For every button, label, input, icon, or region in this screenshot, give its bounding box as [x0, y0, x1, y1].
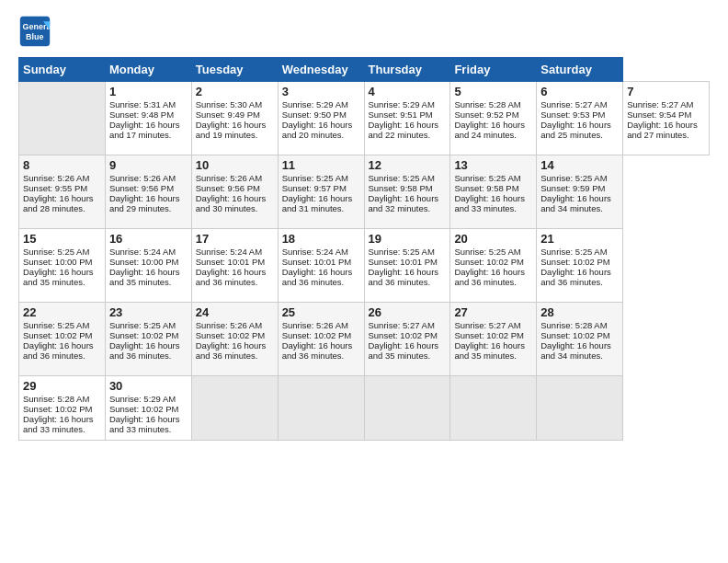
sunrise-text: Sunrise: 5:27 AM — [627, 99, 705, 109]
day-number: 11 — [282, 158, 360, 172]
sunset-text: Sunset: 9:53 PM — [540, 109, 619, 120]
daylight-text: Daylight: 16 hours and 22 minutes. — [369, 120, 447, 140]
sunrise-text: Sunrise: 5:24 AM — [196, 247, 274, 257]
sunrise-text: Sunrise: 5:30 AM — [196, 99, 274, 109]
daylight-text: Daylight: 16 hours and 32 minutes. — [369, 193, 447, 213]
sunset-text: Sunset: 10:02 PM — [540, 257, 619, 267]
daylight-text: Daylight: 16 hours and 36 minutes. — [23, 340, 101, 361]
calendar-cell: 18Sunrise: 5:24 AMSunset: 10:01 PMDaylig… — [278, 229, 364, 303]
daylight-text: Daylight: 16 hours and 36 minutes. — [282, 267, 360, 287]
calendar-cell: 19Sunrise: 5:25 AMSunset: 10:01 PMDaylig… — [364, 229, 450, 303]
sunset-text: Sunset: 10:02 PM — [540, 330, 619, 340]
daylight-text: Daylight: 16 hours and 34 minutes. — [540, 193, 619, 213]
day-number: 8 — [23, 158, 101, 172]
day-number: 16 — [109, 232, 188, 246]
sunset-text: Sunset: 10:02 PM — [282, 330, 360, 340]
header-friday: Friday — [450, 58, 537, 82]
calendar-cell: 29Sunrise: 5:28 AMSunset: 10:02 PMDaylig… — [19, 376, 106, 441]
sunrise-text: Sunrise: 5:27 AM — [454, 320, 532, 330]
day-number: 23 — [109, 305, 188, 319]
calendar-cell: 11Sunrise: 5:25 AMSunset: 9:57 PMDayligh… — [278, 155, 364, 229]
daylight-text: Daylight: 16 hours and 24 minutes. — [454, 120, 532, 140]
calendar-cell: 27Sunrise: 5:27 AMSunset: 10:02 PMDaylig… — [450, 303, 537, 376]
svg-text:Blue: Blue — [26, 32, 44, 41]
sunrise-text: Sunrise: 5:25 AM — [540, 173, 619, 183]
calendar-cell — [364, 376, 450, 441]
daylight-text: Daylight: 16 hours and 31 minutes. — [282, 193, 360, 213]
day-number: 28 — [540, 305, 619, 319]
sunrise-text: Sunrise: 5:26 AM — [23, 173, 101, 183]
calendar-cell — [278, 376, 364, 441]
day-number: 2 — [196, 85, 274, 98]
day-number: 21 — [540, 232, 619, 246]
calendar-cell: 6Sunrise: 5:27 AMSunset: 9:53 PMDaylight… — [537, 82, 623, 155]
day-number: 9 — [109, 158, 188, 172]
sunset-text: Sunset: 9:52 PM — [454, 109, 532, 120]
sunrise-text: Sunrise: 5:28 AM — [454, 99, 532, 109]
sunset-text: Sunset: 10:02 PM — [23, 404, 101, 414]
sunset-text: Sunset: 10:00 PM — [23, 257, 101, 267]
daylight-text: Daylight: 16 hours and 36 minutes. — [282, 340, 360, 361]
day-number: 13 — [454, 158, 532, 172]
calendar-cell: 21Sunrise: 5:25 AMSunset: 10:02 PMDaylig… — [537, 229, 623, 303]
header-wednesday: Wednesday — [278, 58, 364, 82]
calendar-cell — [19, 82, 106, 155]
day-number: 6 — [540, 85, 619, 98]
day-number: 1 — [109, 85, 188, 98]
day-number: 7 — [627, 85, 705, 98]
calendar-cell: 9Sunrise: 5:26 AMSunset: 9:56 PMDaylight… — [105, 155, 191, 229]
day-number: 29 — [23, 379, 101, 393]
sunset-text: Sunset: 9:56 PM — [109, 183, 188, 193]
daylight-text: Daylight: 16 hours and 35 minutes. — [369, 340, 447, 361]
calendar-cell: 30Sunrise: 5:29 AMSunset: 10:02 PMDaylig… — [105, 376, 191, 441]
sunset-text: Sunset: 9:48 PM — [109, 109, 188, 120]
day-number: 27 — [454, 305, 532, 319]
sunset-text: Sunset: 10:02 PM — [196, 330, 274, 340]
daylight-text: Daylight: 16 hours and 34 minutes. — [540, 340, 619, 361]
sunset-text: Sunset: 10:02 PM — [369, 330, 447, 340]
sunset-text: Sunset: 10:02 PM — [109, 404, 188, 414]
logo: General Blue — [18, 15, 55, 48]
sunset-text: Sunset: 9:58 PM — [369, 183, 447, 193]
sunset-text: Sunset: 9:54 PM — [627, 109, 705, 120]
header-row: SundayMondayTuesdayWednesdayThursdayFrid… — [19, 58, 710, 82]
day-number: 12 — [369, 158, 447, 172]
sunset-text: Sunset: 10:02 PM — [454, 330, 532, 340]
sunrise-text: Sunrise: 5:31 AM — [109, 99, 188, 109]
header-tuesday: Tuesday — [191, 58, 278, 82]
sunrise-text: Sunrise: 5:26 AM — [196, 173, 274, 183]
day-number: 30 — [109, 379, 188, 393]
calendar-cell: 5Sunrise: 5:28 AMSunset: 9:52 PMDaylight… — [450, 82, 537, 155]
day-number: 3 — [282, 85, 360, 98]
daylight-text: Daylight: 16 hours and 33 minutes. — [23, 414, 101, 434]
calendar-cell: 1Sunrise: 5:31 AMSunset: 9:48 PMDaylight… — [105, 82, 191, 155]
calendar-cell: 14Sunrise: 5:25 AMSunset: 9:59 PMDayligh… — [537, 155, 623, 229]
calendar-cell: 26Sunrise: 5:27 AMSunset: 10:02 PMDaylig… — [364, 303, 450, 376]
calendar-cell: 28Sunrise: 5:28 AMSunset: 10:02 PMDaylig… — [537, 303, 623, 376]
day-number: 10 — [196, 158, 274, 172]
sunrise-text: Sunrise: 5:25 AM — [454, 173, 532, 183]
day-number: 22 — [23, 305, 101, 319]
calendar-cell: 4Sunrise: 5:29 AMSunset: 9:51 PMDaylight… — [364, 82, 450, 155]
sunset-text: Sunset: 10:00 PM — [109, 257, 188, 267]
calendar-cell: 8Sunrise: 5:26 AMSunset: 9:55 PMDaylight… — [19, 155, 106, 229]
day-number: 25 — [282, 305, 360, 319]
sunrise-text: Sunrise: 5:25 AM — [109, 320, 188, 330]
calendar-cell — [450, 376, 537, 441]
calendar-cell: 13Sunrise: 5:25 AMSunset: 9:58 PMDayligh… — [450, 155, 537, 229]
daylight-text: Daylight: 16 hours and 27 minutes. — [627, 120, 705, 140]
daylight-text: Daylight: 16 hours and 36 minutes. — [369, 267, 447, 287]
sunrise-text: Sunrise: 5:29 AM — [109, 394, 188, 404]
sunrise-text: Sunrise: 5:25 AM — [454, 247, 532, 257]
sunset-text: Sunset: 10:01 PM — [196, 257, 274, 267]
logo-icon: General Blue — [18, 15, 51, 48]
daylight-text: Daylight: 16 hours and 28 minutes. — [23, 193, 101, 213]
daylight-text: Daylight: 16 hours and 35 minutes. — [23, 267, 101, 287]
sunrise-text: Sunrise: 5:24 AM — [282, 247, 360, 257]
sunrise-text: Sunrise: 5:25 AM — [23, 320, 101, 330]
sunset-text: Sunset: 9:55 PM — [23, 183, 101, 193]
day-number: 26 — [369, 305, 447, 319]
sunset-text: Sunset: 10:01 PM — [282, 257, 360, 267]
calendar-cell: 7Sunrise: 5:27 AMSunset: 9:54 PMDaylight… — [623, 82, 710, 155]
sunrise-text: Sunrise: 5:26 AM — [109, 173, 188, 183]
